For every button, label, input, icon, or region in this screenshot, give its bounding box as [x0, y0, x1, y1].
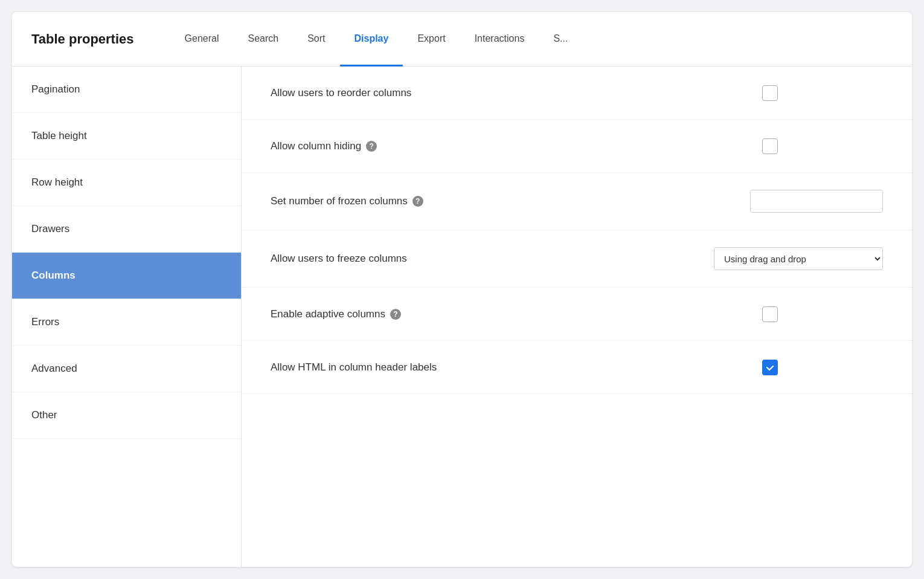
setting-control-html-labels: [762, 360, 883, 375]
body: PaginationTable heightRow heightDrawersC…: [12, 66, 912, 567]
setting-label-html-labels: Allow HTML in column header labels: [271, 361, 762, 374]
setting-label-text-html-labels: Allow HTML in column header labels: [271, 361, 437, 374]
sidebar-item-advanced[interactable]: Advanced: [12, 346, 241, 392]
setting-control-freeze-columns: Using drag and dropDisabledEnabled: [714, 247, 883, 270]
sidebar-item-errors[interactable]: Errors: [12, 299, 241, 346]
setting-row-html-labels: Allow HTML in column header labels: [242, 341, 912, 394]
header: Table properties GeneralSearchSortDispla…: [12, 12, 912, 66]
setting-label-text-frozen-columns: Set number of frozen columns: [271, 195, 408, 207]
nav-tabs: GeneralSearchSortDisplayExportInteractio…: [170, 12, 583, 66]
tab-interactions[interactable]: Interactions: [460, 13, 539, 66]
sidebar-item-columns[interactable]: Columns: [12, 253, 241, 299]
setting-label-freeze-columns: Allow users to freeze columns: [271, 253, 714, 265]
sidebar-item-other[interactable]: Other: [12, 392, 241, 439]
setting-label-column-hiding: Allow column hiding?: [271, 140, 762, 152]
setting-label-text-reorder-columns: Allow users to reorder columns: [271, 87, 411, 99]
select-freeze-columns[interactable]: Using drag and dropDisabledEnabled: [714, 247, 883, 270]
setting-control-adaptive-columns: [762, 306, 883, 322]
tab-sort[interactable]: Sort: [293, 13, 339, 66]
sidebar-item-row-height[interactable]: Row height: [12, 160, 241, 206]
setting-label-adaptive-columns: Enable adaptive columns?: [271, 308, 762, 320]
setting-row-freeze-columns: Allow users to freeze columnsUsing drag …: [242, 230, 912, 288]
setting-control-column-hiding: [762, 138, 883, 154]
input-frozen-columns[interactable]: [750, 190, 883, 213]
sidebar: PaginationTable heightRow heightDrawersC…: [12, 66, 242, 567]
modal-container: Table properties GeneralSearchSortDispla…: [12, 12, 912, 567]
help-icon-column-hiding[interactable]: ?: [366, 141, 377, 152]
setting-label-text-freeze-columns: Allow users to freeze columns: [271, 253, 407, 265]
sidebar-item-drawers[interactable]: Drawers: [12, 206, 241, 253]
main-content: Allow users to reorder columnsAllow colu…: [242, 66, 912, 567]
checkbox-html-labels[interactable]: [762, 360, 778, 375]
settings-list: Allow users to reorder columnsAllow colu…: [242, 66, 912, 394]
checkbox-adaptive-columns[interactable]: [762, 306, 778, 322]
setting-label-text-adaptive-columns: Enable adaptive columns: [271, 308, 385, 320]
setting-row-reorder-columns: Allow users to reorder columns: [242, 66, 912, 120]
help-icon-frozen-columns[interactable]: ?: [412, 196, 423, 207]
checkbox-reorder-columns[interactable]: [762, 85, 778, 101]
setting-row-adaptive-columns: Enable adaptive columns?: [242, 288, 912, 341]
setting-row-frozen-columns: Set number of frozen columns?: [242, 173, 912, 230]
tab-display[interactable]: Display: [340, 13, 403, 66]
setting-row-column-hiding: Allow column hiding?: [242, 120, 912, 173]
setting-control-reorder-columns: [762, 85, 883, 101]
sidebar-item-pagination[interactable]: Pagination: [12, 66, 241, 113]
page-title: Table properties: [31, 31, 134, 47]
setting-label-text-column-hiding: Allow column hiding: [271, 140, 361, 152]
tab-more[interactable]: S...: [539, 13, 582, 66]
setting-control-frozen-columns: [750, 190, 883, 213]
tab-general[interactable]: General: [170, 13, 234, 66]
checkbox-column-hiding[interactable]: [762, 138, 778, 154]
setting-label-reorder-columns: Allow users to reorder columns: [271, 87, 762, 99]
sidebar-item-table-height[interactable]: Table height: [12, 113, 241, 160]
setting-label-frozen-columns: Set number of frozen columns?: [271, 195, 750, 207]
tab-export[interactable]: Export: [403, 13, 460, 66]
tab-search[interactable]: Search: [233, 13, 293, 66]
help-icon-adaptive-columns[interactable]: ?: [390, 309, 401, 320]
